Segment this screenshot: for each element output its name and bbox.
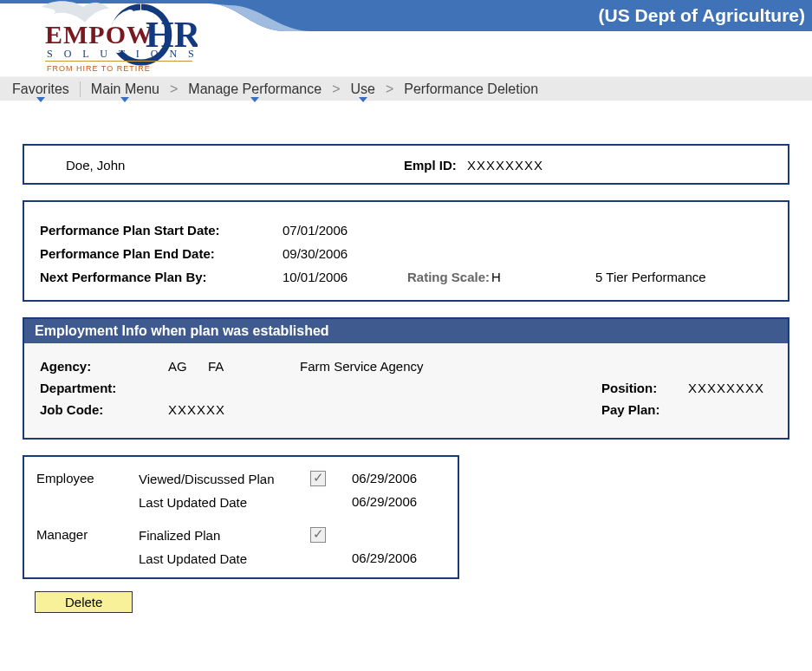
crumb-label: Use — [351, 81, 375, 96]
review-role-employee: Employee — [36, 467, 139, 485]
breadcrumb-separator: > — [330, 81, 341, 97]
employee-viewed-checkbox[interactable] — [310, 471, 326, 486]
crumb-manage-performance[interactable]: Manage Performance — [179, 81, 330, 97]
department-label: Department: — [40, 381, 168, 395]
plan-end-label: Performance Plan End Date: — [40, 246, 283, 261]
review-status-box: Employee Viewed/Discussed Plan 06/29/200… — [23, 455, 459, 579]
plan-dates-box: Performance Plan Start Date: 07/01/2006 … — [23, 200, 789, 302]
nav-favorites[interactable]: Favorites — [3, 81, 78, 97]
empl-id-label: Empl ID: — [404, 158, 457, 173]
plan-end-date: 09/30/2006 — [283, 246, 404, 261]
breadcrumb-separator: > — [168, 81, 179, 97]
breadcrumb-bar: Favorites Main Menu > Manage Performance… — [0, 76, 812, 101]
chevron-down-icon — [36, 97, 45, 102]
app-logo: EMPOW HR S O L U T I O N S FROM HIRE TO … — [16, 0, 198, 77]
nav-main-menu[interactable]: Main Menu — [82, 81, 168, 97]
crumb-label: Performance Deletion — [404, 81, 538, 96]
plan-next-label: Next Performance Plan By: — [40, 270, 283, 284]
job-code-label: Job Code: — [40, 402, 168, 417]
employee-id-box: Doe, John Empl ID: XXXXXXXX — [23, 144, 789, 185]
nav-main-menu-label: Main Menu — [91, 81, 159, 96]
review-role-manager: Manager — [36, 524, 139, 542]
svg-rect-3 — [45, 61, 192, 62]
plan-start-date: 07/01/2006 — [283, 223, 404, 238]
job-code-value: XXXXXX — [168, 402, 601, 417]
breadcrumb-separator: > — [384, 81, 395, 97]
crumb-performance-deletion[interactable]: Performance Deletion — [395, 81, 547, 97]
chevron-down-icon — [120, 97, 129, 102]
employee-viewed-date: 06/29/2006 — [352, 467, 417, 485]
svg-text:EMPOW: EMPOW — [45, 20, 153, 49]
agency-code-1: AG — [168, 359, 208, 374]
plan-start-label: Performance Plan Start Date: — [40, 223, 283, 238]
app-header: (US Dept of Agriculture) EMPOW HR S O L … — [0, 0, 812, 76]
agency-code-2: FA — [208, 359, 300, 374]
empl-id-value: XXXXXXXX — [467, 158, 543, 173]
page-content: Doe, John Empl ID: XXXXXXXX Performance … — [0, 101, 812, 630]
employee-name: Doe, John — [66, 158, 404, 173]
employment-info-box: Employment Info when plan was establishe… — [23, 317, 789, 440]
plan-next-date: 10/01/2006 — [283, 270, 404, 284]
department-title: (US Dept of Agriculture) — [599, 0, 812, 31]
agency-label: Agency: — [40, 359, 168, 374]
crumb-label: Manage Performance — [188, 81, 322, 96]
manager-finalized-label: Finalized Plan — [139, 524, 310, 544]
delete-button[interactable]: Delete — [35, 591, 133, 613]
rating-scale-code: H — [491, 270, 595, 284]
svg-text:S O L U T I O N S: S O L U T I O N S — [47, 48, 198, 60]
position-label: Position: — [601, 381, 688, 395]
employment-info-header: Employment Info when plan was establishe… — [24, 319, 788, 343]
crumb-use[interactable]: Use — [342, 81, 384, 97]
employee-updated-date: 06/29/2006 — [352, 491, 417, 509]
chevron-down-icon — [359, 97, 367, 102]
position-value: XXXXXXXX — [688, 381, 764, 395]
employee-viewed-label: Viewed/Discussed Plan — [139, 467, 310, 488]
nav-divider — [80, 81, 81, 97]
rating-scale-label: Rating Scale: — [407, 270, 490, 284]
employee-updated-label: Last Updated Date — [139, 491, 310, 511]
manager-updated-date: 06/29/2006 — [352, 547, 417, 565]
pay-plan-label: Pay Plan: — [601, 402, 688, 417]
rating-scale-desc: 5 Tier Performance — [595, 270, 706, 284]
manager-updated-label: Last Updated Date — [139, 547, 310, 568]
chevron-down-icon — [250, 97, 259, 102]
agency-description: Farm Service Agency — [300, 359, 603, 374]
manager-finalized-checkbox[interactable] — [310, 527, 326, 543]
svg-text:FROM HIRE TO RETIRE: FROM HIRE TO RETIRE — [47, 64, 151, 73]
nav-favorites-label: Favorites — [12, 81, 69, 96]
